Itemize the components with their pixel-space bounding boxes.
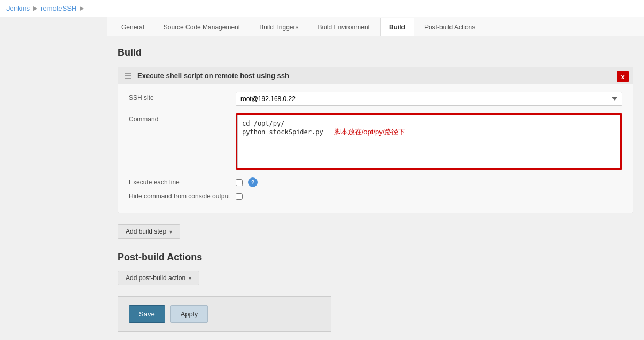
execute-each-line-checkbox[interactable] bbox=[236, 179, 243, 186]
add-post-build-caret: ▾ bbox=[189, 275, 191, 281]
add-post-build-button[interactable]: Add post-build action ▾ bbox=[118, 271, 199, 285]
command-control: cd /opt/py/ python stockSpider.py 脚本放在/o… bbox=[236, 113, 622, 170]
footer-buttons: Save Apply bbox=[118, 296, 331, 332]
execute-each-line-row: Execute each line ? bbox=[129, 177, 622, 187]
build-section-title: Build bbox=[118, 47, 633, 58]
command-line-1: cd /opt/py/ bbox=[242, 120, 616, 127]
tab-build[interactable]: Build bbox=[380, 18, 414, 36]
save-button[interactable]: Save bbox=[129, 305, 165, 323]
ssh-site-control: root@192.168.0.22 bbox=[236, 92, 622, 106]
command-line-2: python stockSpider.py bbox=[242, 128, 323, 136]
breadcrumb: Jenkins ▶ remoteSSH ▶ bbox=[0, 0, 644, 17]
breadcrumb-sep-2: ▶ bbox=[80, 5, 84, 12]
tab-build-env[interactable]: Build Environment bbox=[309, 18, 379, 36]
command-label: Command bbox=[129, 113, 236, 123]
tab-build-triggers[interactable]: Build Triggers bbox=[250, 18, 307, 36]
add-post-build-row: Add post-build action ▾ bbox=[118, 271, 633, 285]
ssh-site-label: SSH site bbox=[129, 92, 236, 102]
build-card-header: Execute shell script on remote host usin… bbox=[118, 67, 633, 84]
drag-handle[interactable] bbox=[125, 73, 131, 79]
command-row: Command cd /opt/py/ python stockSpider.p… bbox=[129, 113, 622, 170]
close-button[interactable]: x bbox=[617, 71, 629, 82]
hide-command-row: Hide command from console output bbox=[129, 192, 622, 200]
help-icon[interactable]: ? bbox=[248, 177, 258, 187]
breadcrumb-sep-1: ▶ bbox=[33, 5, 37, 12]
breadcrumb-jenkins[interactable]: Jenkins bbox=[6, 4, 30, 12]
hide-command-label: Hide command from console output bbox=[129, 192, 236, 200]
add-build-step-label: Add build step bbox=[126, 228, 166, 235]
command-annotation: 脚本放在/opt/py/路径下 bbox=[334, 127, 406, 137]
post-build-title: Post-build Actions bbox=[118, 252, 633, 263]
command-text-area[interactable]: cd /opt/py/ python stockSpider.py 脚本放在/o… bbox=[242, 120, 616, 137]
add-build-step-button[interactable]: Add build step ▾ bbox=[118, 224, 180, 239]
ssh-site-select[interactable]: root@192.168.0.22 bbox=[236, 92, 622, 106]
build-card-title: Execute shell script on remote host usin… bbox=[137, 72, 289, 80]
command-textarea-wrapper: cd /opt/py/ python stockSpider.py 脚本放在/o… bbox=[236, 113, 622, 170]
hide-command-checkbox[interactable] bbox=[236, 193, 243, 200]
tab-bar: General Source Code Management Build Tri… bbox=[107, 17, 644, 36]
ssh-site-row: SSH site root@192.168.0.22 bbox=[129, 92, 622, 106]
add-post-build-label: Add post-build action bbox=[126, 274, 185, 282]
tab-source-code[interactable]: Source Code Management bbox=[154, 18, 249, 36]
add-build-step-row: Add build step ▾ bbox=[118, 224, 633, 239]
add-build-step-caret: ▾ bbox=[169, 229, 172, 235]
breadcrumb-remotessh[interactable]: remoteSSH bbox=[41, 4, 76, 12]
tab-general[interactable]: General bbox=[112, 18, 153, 36]
execute-each-line-label: Execute each line bbox=[129, 179, 236, 186]
build-card: Execute shell script on remote host usin… bbox=[118, 67, 633, 213]
main-content: Build Execute shell script on remote hos… bbox=[107, 36, 644, 340]
tab-post-build[interactable]: Post-build Actions bbox=[415, 18, 484, 36]
build-card-body: SSH site root@192.168.0.22 Command cd /o… bbox=[118, 84, 633, 213]
apply-button[interactable]: Apply bbox=[170, 305, 208, 323]
